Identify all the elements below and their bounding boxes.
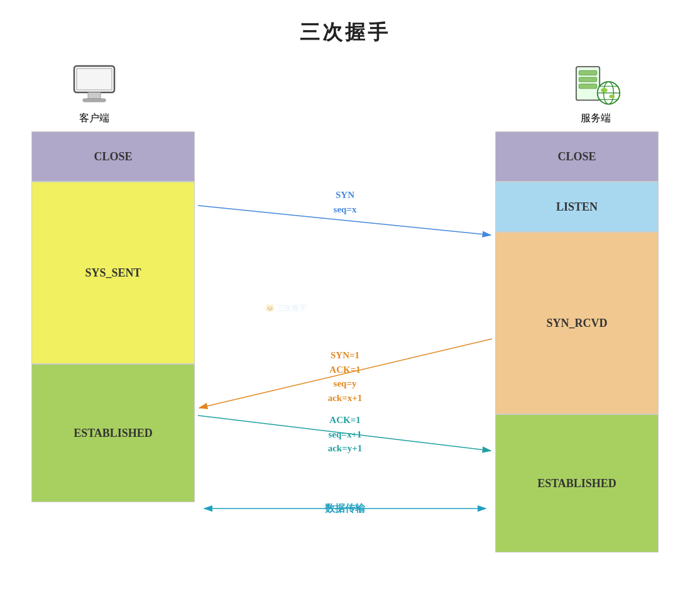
server-icon (571, 63, 621, 107)
server-close-state: CLOSE (495, 131, 659, 182)
svg-rect-5 (579, 70, 596, 75)
syn-label: SYNseq=x (334, 188, 357, 216)
client-close-state: CLOSE (31, 131, 195, 182)
page-title: 三次握手 (0, 0, 690, 47)
monitor-icon (69, 63, 119, 107)
data-label: 数据传输 (325, 501, 365, 516)
server-established-state: ESTABLISHED (495, 414, 659, 553)
client-syn-sent-state: SYS_SENT (31, 182, 195, 364)
svg-line-20 (198, 206, 491, 235)
synack-label: SYN=1ACK=1seq=yack=x+1 (328, 348, 363, 405)
svg-rect-1 (77, 69, 112, 90)
svg-line-21 (199, 339, 492, 408)
server-listen-state: LISTEN (495, 182, 659, 232)
server-icon-block: 服务端 (571, 63, 621, 125)
server-label: 服务端 (581, 112, 611, 125)
svg-point-13 (601, 88, 608, 92)
svg-rect-7 (579, 84, 596, 89)
svg-point-14 (609, 95, 615, 98)
svg-text:🐱 三次握手: 🐱 三次握手 (265, 303, 307, 312)
client-icon-block: 客户端 (69, 63, 119, 125)
svg-line-22 (198, 415, 491, 451)
client-column: CLOSE SYS_SENT ESTABLISHED (31, 131, 195, 502)
watermark: 🐱 三次握手 (262, 292, 325, 332)
ack-label: ACK=1seq=x+1ack=y+1 (328, 413, 363, 456)
client-label: 客户端 (79, 112, 109, 125)
client-established-state: ESTABLISHED (31, 364, 195, 502)
server-syn-rcvd-state: SYN_RCVD (495, 232, 659, 414)
server-column: CLOSE LISTEN SYN_RCVD ESTABLISHED (495, 131, 659, 553)
svg-rect-3 (83, 99, 106, 102)
svg-rect-6 (579, 77, 596, 82)
svg-rect-2 (88, 92, 101, 99)
arrows-overlay: SYNseq=x SYN=1ACK=1seq=yack=x+1 ACK=1seq… (195, 131, 495, 521)
